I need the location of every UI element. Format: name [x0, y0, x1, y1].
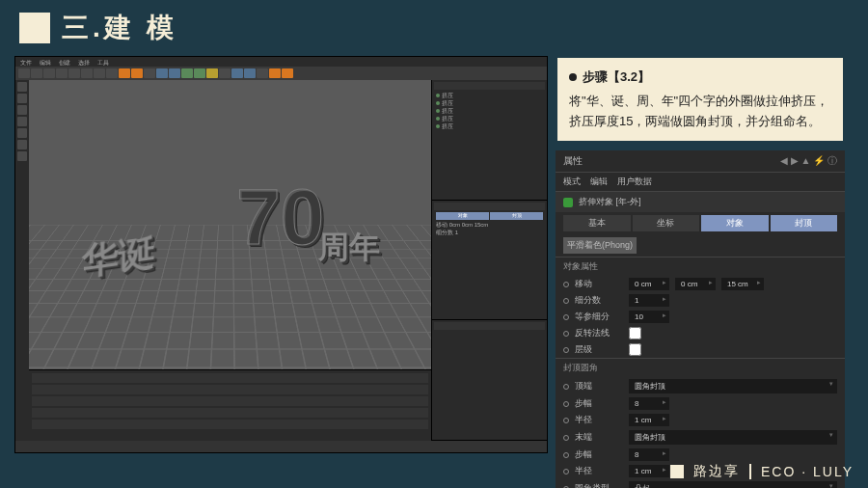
tab-caps[interactable]: 封顶 [771, 215, 838, 231]
tool-undo-icon[interactable] [18, 68, 30, 78]
mode-icon[interactable] [17, 117, 27, 126]
object-manager[interactable]: 挤压 挤压 挤压 挤压 挤压 [432, 80, 547, 201]
field-radius[interactable]: 1 cm [629, 414, 669, 426]
anim-dot-icon[interactable] [563, 435, 569, 441]
prop-row-hier: 层级 [556, 341, 845, 358]
tool-icon[interactable] [144, 68, 155, 78]
tool-redo-icon[interactable] [31, 68, 42, 78]
menu-item[interactable]: 工具 [97, 59, 109, 65]
mode-icon[interactable] [17, 82, 27, 92]
tool-icon[interactable] [206, 68, 218, 78]
field-x[interactable]: 0 cm [629, 278, 669, 290]
field-steps[interactable]: 8 [629, 397, 669, 410]
phong-tag[interactable]: 平滑着色(Phong) [563, 237, 637, 254]
tool-icon[interactable] [231, 68, 243, 78]
timeline-ruler[interactable] [32, 373, 428, 383]
object-item[interactable]: 挤压 [434, 122, 545, 130]
tool-icon[interactable] [56, 68, 68, 78]
tool-icon[interactable] [169, 68, 180, 78]
center-area: 70 华诞 周年 [29, 80, 431, 441]
field-radius2[interactable]: 1 cm [629, 465, 669, 477]
visibility-dot-icon[interactable] [436, 117, 440, 121]
section-object-props: 对象属性 [556, 257, 845, 276]
tool-icon[interactable] [244, 68, 256, 78]
tool-render-icon[interactable] [119, 68, 130, 78]
phong-row: 平滑着色(Phong) [556, 234, 845, 257]
field-z[interactable]: 15 cm [721, 278, 764, 290]
visibility-dot-icon[interactable] [436, 109, 440, 113]
3d-text-huadan: 华诞 [82, 228, 155, 287]
attr-tabs: 对象 封顶 [436, 212, 543, 220]
mode-icon[interactable] [17, 151, 27, 161]
tool-icon[interactable] [106, 68, 118, 78]
anim-dot-icon[interactable] [563, 331, 569, 337]
mode-tabs: 模式 编辑 用户数据 [556, 173, 845, 192]
mode-tab[interactable]: 用户数据 [617, 176, 652, 188]
toolbar [15, 67, 547, 80]
field-steps2[interactable]: 8 [629, 448, 669, 461]
dropdown-bottom[interactable]: 圆角封顶 [629, 430, 837, 445]
field-iso[interactable]: 10 [629, 311, 669, 323]
menu-item[interactable]: 选择 [78, 59, 90, 65]
field-subdiv[interactable]: 1 [629, 294, 669, 307]
cap-row-radius: 半径1 cm [556, 412, 845, 428]
attr-tab[interactable]: 封顶 [490, 212, 543, 220]
tool-rotate-icon[interactable] [94, 68, 105, 78]
mode-icon[interactable] [17, 105, 27, 115]
mode-icon[interactable] [17, 94, 27, 103]
tab-basic[interactable]: 基本 [563, 215, 631, 231]
anim-dot-icon[interactable] [563, 314, 569, 320]
object-name: 挤伸对象 [年-外] [579, 196, 641, 208]
mode-icon[interactable] [17, 128, 27, 138]
field-y[interactable]: 0 cm [675, 278, 716, 290]
tool-icon[interactable] [219, 68, 231, 78]
step-description: 将"华、诞、周、年"四个字的外圈做拉伸挤压，挤压厚度15，两端做圆角封顶，并分组… [569, 92, 831, 132]
anim-dot-icon[interactable] [563, 384, 569, 390]
main-content: 文件编辑创建选择工具 70 华诞 周年 [0, 56, 868, 488]
mode-tab[interactable]: 模式 [563, 176, 581, 188]
panel-header [434, 203, 545, 210]
visibility-dot-icon[interactable] [436, 124, 440, 128]
menubar[interactable]: 文件编辑创建选择工具 [15, 57, 547, 67]
tool-scale-icon[interactable] [81, 68, 93, 78]
anim-dot-icon[interactable] [563, 298, 569, 304]
timeline-panel[interactable] [29, 369, 431, 441]
anim-dot-icon[interactable] [563, 282, 569, 287]
mode-icon[interactable] [17, 140, 27, 149]
tool-icon[interactable] [43, 68, 55, 78]
3d-viewport[interactable]: 70 华诞 周年 [29, 80, 431, 369]
checkbox-hier[interactable] [629, 343, 641, 356]
tool-icon[interactable] [131, 68, 143, 78]
panel-header [434, 82, 545, 90]
mode-tab[interactable]: 编辑 [590, 176, 608, 188]
anim-dot-icon[interactable] [563, 452, 569, 458]
tab-coord[interactable]: 坐标 [633, 215, 700, 231]
cap-row-top: 顶端圆角封顶 [556, 377, 845, 395]
menu-item[interactable]: 创建 [59, 59, 70, 65]
visibility-dot-icon[interactable] [436, 101, 440, 105]
checkbox-flip[interactable] [629, 327, 641, 339]
section-caps: 封顶圆角 [556, 358, 845, 377]
coord-panel [432, 320, 547, 441]
visibility-dot-icon[interactable] [436, 94, 440, 97]
tab-object[interactable]: 对象 [701, 215, 769, 231]
cap-row-steps: 步幅8 [556, 395, 845, 412]
menu-item[interactable]: 文件 [20, 59, 32, 65]
tool-cube-icon[interactable] [156, 68, 168, 78]
anim-dot-icon[interactable] [563, 418, 569, 423]
dropdown-type[interactable]: 凸起 [629, 481, 837, 488]
tool-icon[interactable] [194, 68, 205, 78]
timeline-row [32, 420, 428, 429]
timeline-row [32, 385, 428, 394]
anim-dot-icon[interactable] [563, 469, 569, 474]
attr-tab[interactable]: 对象 [436, 212, 489, 220]
tool-move-icon[interactable] [68, 68, 80, 78]
anim-dot-icon[interactable] [563, 401, 569, 407]
anim-dot-icon[interactable] [563, 347, 569, 353]
tool-icon[interactable] [282, 68, 293, 78]
tool-icon[interactable] [257, 68, 268, 78]
menu-item[interactable]: 编辑 [40, 59, 51, 65]
tool-icon[interactable] [269, 68, 281, 78]
dropdown-top[interactable]: 圆角封顶 [629, 379, 837, 393]
tool-nurbs-icon[interactable] [181, 68, 193, 78]
